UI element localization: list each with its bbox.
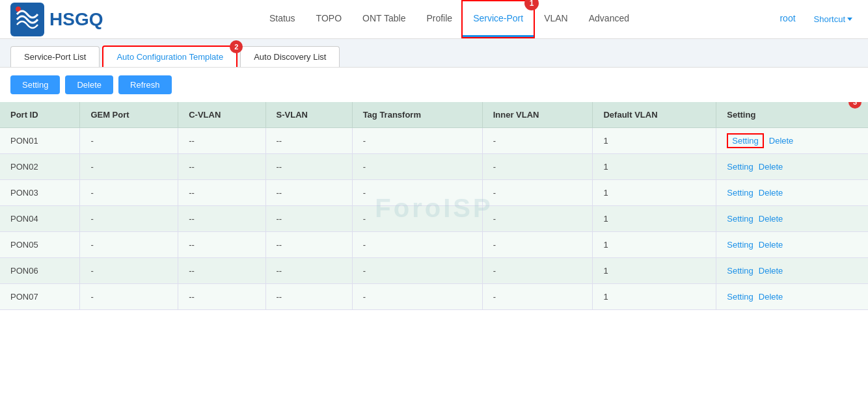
- cell-inner-vlan: -: [482, 258, 593, 284]
- cell-port-id: PON01: [0, 128, 80, 154]
- table-header-row: Port ID GEM Port C-VLAN S-VLAN Tag Trans…: [0, 102, 868, 128]
- data-table-wrap: Port ID GEM Port C-VLAN S-VLAN Tag Trans…: [0, 102, 868, 320]
- cell-c-vlan: --: [178, 154, 265, 180]
- cell-actions: SettingDelete: [716, 284, 868, 310]
- action-delete-link[interactable]: Delete: [759, 162, 783, 172]
- cell-gem-port: -: [80, 180, 178, 206]
- cell-gem-port: -: [80, 232, 178, 258]
- action-setting-link[interactable]: Setting: [727, 266, 753, 276]
- setting-button[interactable]: Setting: [10, 75, 60, 94]
- col-c-vlan: C-VLAN: [178, 102, 265, 128]
- cell-tag-transform: -: [352, 128, 482, 154]
- cell-default-vlan: 1: [593, 284, 716, 310]
- action-delete-link[interactable]: Delete: [759, 266, 783, 276]
- nav-item-ont-table[interactable]: ONT Table: [352, 1, 416, 37]
- cell-tag-transform: -: [352, 232, 482, 258]
- cell-default-vlan: 1: [593, 128, 716, 154]
- header: HSGQ Status TOPO ONT Table Profile Servi…: [0, 0, 868, 39]
- cell-tag-transform: -: [352, 284, 482, 310]
- cell-inner-vlan: -: [482, 180, 593, 206]
- cell-actions: SettingDelete: [716, 232, 868, 258]
- cell-s-vlan: --: [265, 258, 352, 284]
- action-setting-link[interactable]: Setting: [727, 292, 753, 302]
- action-setting-link[interactable]: Setting: [727, 240, 753, 250]
- action-delete-link[interactable]: Delete: [759, 188, 783, 198]
- cell-c-vlan: --: [178, 180, 265, 206]
- nav-item-shortcut[interactable]: Shortcut: [809, 3, 858, 36]
- cell-port-id: PON06: [0, 258, 80, 284]
- cell-port-id: PON03: [0, 180, 80, 206]
- action-delete-link[interactable]: Delete: [759, 240, 783, 250]
- action-setting-link[interactable]: Setting: [727, 133, 763, 148]
- action-delete-link[interactable]: Delete: [759, 292, 783, 302]
- nav-right: root Shortcut: [769, 1, 858, 37]
- col-default-vlan: Default VLAN: [593, 102, 716, 128]
- cell-inner-vlan: -: [482, 284, 593, 310]
- action-delete-link[interactable]: Delete: [759, 214, 783, 224]
- refresh-button[interactable]: Refresh: [118, 75, 172, 94]
- logo-icon: [10, 3, 44, 36]
- cell-s-vlan: --: [265, 206, 352, 232]
- cell-actions: SettingDelete: [716, 206, 868, 232]
- nav-item-status[interactable]: Status: [259, 1, 306, 37]
- cell-c-vlan: --: [178, 206, 265, 232]
- cell-tag-transform: -: [352, 154, 482, 180]
- delete-button[interactable]: Delete: [65, 75, 113, 94]
- cell-s-vlan: --: [265, 128, 352, 154]
- cell-s-vlan: --: [265, 284, 352, 310]
- nav-item-root[interactable]: root: [769, 1, 806, 37]
- toolbar: Setting Delete Refresh: [0, 68, 868, 102]
- col-tag-transform: Tag Transform: [352, 102, 482, 128]
- cell-c-vlan: --: [178, 258, 265, 284]
- main-nav: Status TOPO ONT Table Profile Service-Po…: [129, 1, 769, 37]
- table-row: PON05-------1SettingDelete: [0, 232, 868, 258]
- tab-auto-discovery-list[interactable]: Auto Discovery List: [240, 46, 340, 67]
- table-body: PON01-------1SettingDeletePON02-------1S…: [0, 128, 868, 310]
- cell-s-vlan: --: [265, 232, 352, 258]
- tab-service-port-list[interactable]: Service-Port List: [10, 46, 100, 67]
- cell-inner-vlan: -: [482, 206, 593, 232]
- col-gem-port: GEM Port: [80, 102, 178, 128]
- nav-item-advanced[interactable]: Advanced: [578, 1, 640, 37]
- cell-gem-port: -: [80, 128, 178, 154]
- data-table: Port ID GEM Port C-VLAN S-VLAN Tag Trans…: [0, 102, 868, 310]
- table-row: PON01-------1SettingDelete: [0, 128, 868, 154]
- chevron-down-icon: [847, 18, 852, 21]
- nav-item-vlan[interactable]: VLAN: [534, 1, 578, 37]
- tab-auto-config-template[interactable]: Auto Configuration Template 2: [102, 46, 237, 67]
- table-row: PON06-------1SettingDelete: [0, 258, 868, 284]
- cell-c-vlan: --: [178, 284, 265, 310]
- col-s-vlan: S-VLAN: [265, 102, 352, 128]
- action-setting-link[interactable]: Setting: [727, 162, 753, 172]
- cell-port-id: PON05: [0, 232, 80, 258]
- cell-gem-port: -: [80, 154, 178, 180]
- nav-item-topo[interactable]: TOPO: [306, 1, 352, 37]
- cell-gem-port: -: [80, 206, 178, 232]
- action-setting-link[interactable]: Setting: [727, 214, 753, 224]
- cell-port-id: PON02: [0, 154, 80, 180]
- cell-tag-transform: -: [352, 206, 482, 232]
- table-row: PON04-------1SettingDelete: [0, 206, 868, 232]
- nav-item-profile[interactable]: Profile: [416, 1, 463, 37]
- nav-item-service-port[interactable]: Service-Port 1: [463, 1, 534, 37]
- cell-gem-port: -: [80, 258, 178, 284]
- cell-port-id: PON07: [0, 284, 80, 310]
- logo-area: HSGQ: [10, 3, 103, 36]
- table-row: PON07-------1SettingDelete: [0, 284, 868, 310]
- cell-default-vlan: 1: [593, 232, 716, 258]
- action-setting-link[interactable]: Setting: [727, 188, 753, 198]
- cell-c-vlan: --: [178, 232, 265, 258]
- tab-bar: Service-Port List Auto Configuration Tem…: [0, 39, 868, 68]
- cell-actions: SettingDelete: [716, 128, 868, 154]
- cell-tag-transform: -: [352, 258, 482, 284]
- table-row: PON02-------1SettingDelete: [0, 154, 868, 180]
- table-row: PON03-------1SettingDelete: [0, 180, 868, 206]
- cell-actions: SettingDelete: [716, 154, 868, 180]
- cell-inner-vlan: -: [482, 154, 593, 180]
- cell-actions: SettingDelete: [716, 258, 868, 284]
- action-delete-link[interactable]: Delete: [769, 136, 794, 146]
- cell-s-vlan: --: [265, 154, 352, 180]
- cell-default-vlan: 1: [593, 180, 716, 206]
- cell-gem-port: -: [80, 284, 178, 310]
- cell-port-id: PON04: [0, 206, 80, 232]
